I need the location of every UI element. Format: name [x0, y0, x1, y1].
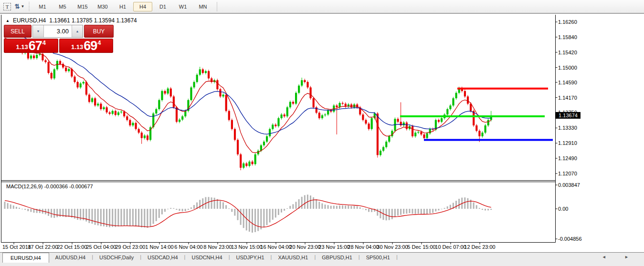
- price-axis-tick-label: 1.14170: [558, 95, 577, 101]
- one-click-trading-widget: SELL ▼ ▲ BUY 1.13 67 4 1.13 69 4: [4, 25, 113, 53]
- sell-price-sup: 4: [42, 40, 46, 46]
- price-axis-tick-label: 1.15000: [558, 65, 577, 71]
- sell-price-prefix: 1.13: [16, 42, 28, 52]
- chart-tab-usdcad[interactable]: USDCAD,H4: [141, 253, 184, 262]
- date-axis-label: 8 Nov 23:00: [203, 244, 232, 250]
- chart-tab-xauusd[interactable]: XAUUSD,H1: [272, 253, 314, 262]
- date-axis-label: 20 Nov 23:00: [289, 244, 320, 250]
- date-axis-label: 25 Oct 04:00: [86, 244, 116, 250]
- chart-tab-audusd[interactable]: AUDUSD,H4: [49, 253, 92, 262]
- chart-tab-eurusd[interactable]: EURUSD,H4: [2, 253, 49, 263]
- volume-decrease-button[interactable]: ▼: [33, 25, 44, 37]
- volume-input[interactable]: [44, 25, 72, 37]
- buy-price-prefix: 1.13: [71, 42, 83, 52]
- buy-button[interactable]: BUY: [84, 25, 114, 38]
- price-axis-tick-label: 1.12490: [558, 155, 577, 161]
- chart-tab-sp500[interactable]: SP500,H1: [360, 253, 396, 262]
- mt4-window: T ⇅ ▼ M1M5M15M30H1H4D1W1MN ▲ EURUSD,H4 1…: [0, 0, 644, 266]
- date-axis-label: 22 Oct 15:00: [57, 244, 87, 250]
- date-axis-label: 1 Nov 14:00: [145, 244, 173, 250]
- date-axis-label: 30 Nov 23:00: [377, 244, 408, 250]
- date-axis-label: 28 Nov 04:00: [348, 244, 379, 250]
- macd-axis-tick-label: 0.00: [558, 206, 568, 212]
- date-axis-label: 13 Nov 15:00: [231, 244, 262, 250]
- price-axis-tick-label: 1.15840: [558, 34, 577, 40]
- buy-price-big: 69: [84, 40, 97, 52]
- volume-stepper: ▼ ▲: [32, 25, 83, 38]
- date-axis-label: 6 Nov 04:00: [174, 244, 202, 250]
- sell-price-big: 67: [29, 40, 42, 52]
- sell-price-panel[interactable]: 1.13 67 4: [4, 39, 58, 53]
- macd-axis-tick-label: 0.003847: [558, 182, 580, 188]
- tab-scroll-arrows[interactable]: ◄ ►: [602, 253, 637, 259]
- chart-header: ▲ EURUSD,H4 1.13661 1.13785 1.13594 1.13…: [6, 17, 137, 24]
- date-axis-label: 29 Oct 23:00: [116, 244, 146, 250]
- sell-button[interactable]: SELL: [4, 25, 32, 38]
- tab-separator: |: [396, 253, 398, 260]
- macd-indicator-label: MACD(12,26,9) -0.000366 -0.000677: [6, 184, 93, 189]
- date-axis-label: 23 Nov 15:00: [318, 244, 349, 250]
- price-axis-tick-label: 1.12910: [558, 140, 577, 146]
- price-axis-tick-label: 1.14590: [558, 80, 577, 85]
- macd-axis-tick-label: -0.004856: [558, 236, 582, 242]
- window-collapse-icon[interactable]: ▲: [6, 19, 10, 23]
- candles-group: [4, 38, 492, 170]
- date-axis-label: 5 Dec 15:00: [407, 244, 435, 250]
- macd-histogram: [4, 194, 492, 233]
- buy-price-sup: 4: [97, 40, 101, 46]
- date-axis-label: 10 Dec 07:00: [435, 244, 466, 250]
- date-axis-label: 16 Nov 04:00: [260, 244, 291, 250]
- price-axis-tick-label: 1.13330: [558, 125, 577, 131]
- date-axis-label: 15 Oct 2018: [2, 244, 31, 250]
- buy-price-panel[interactable]: 1.13 69 4: [59, 39, 114, 53]
- price-axis-tick-label: 1.16260: [558, 19, 577, 25]
- symbol-title: EURUSD,H4: [13, 17, 46, 24]
- chart-tab-bar: EURUSD,H4AUDUSD,H4|USDCHF,Daily|USDCAD,H…: [0, 253, 644, 266]
- chart-tab-usdjpy[interactable]: USDJPY,H1: [230, 253, 270, 262]
- volume-increase-button[interactable]: ▲: [72, 25, 83, 37]
- chart-tab-usdcnh[interactable]: USDCNH,H4: [185, 253, 228, 262]
- price-axis-tick-label: 1.12070: [558, 171, 577, 176]
- ohlc-values: 1.13661 1.13785 1.13594 1.13674: [49, 17, 137, 24]
- date-axis-label: 12 Dec 23:00: [464, 244, 495, 250]
- chart-tab-gbpusd[interactable]: GBPUSD,H1: [316, 253, 359, 262]
- date-axis-label: 17 Oct 22:00: [28, 244, 58, 250]
- chart-tab-usdchf[interactable]: USDCHF,Daily: [93, 253, 140, 262]
- current-price-tag: 1.13674: [556, 112, 581, 119]
- price-axis-tick-label: 1.15420: [558, 50, 577, 55]
